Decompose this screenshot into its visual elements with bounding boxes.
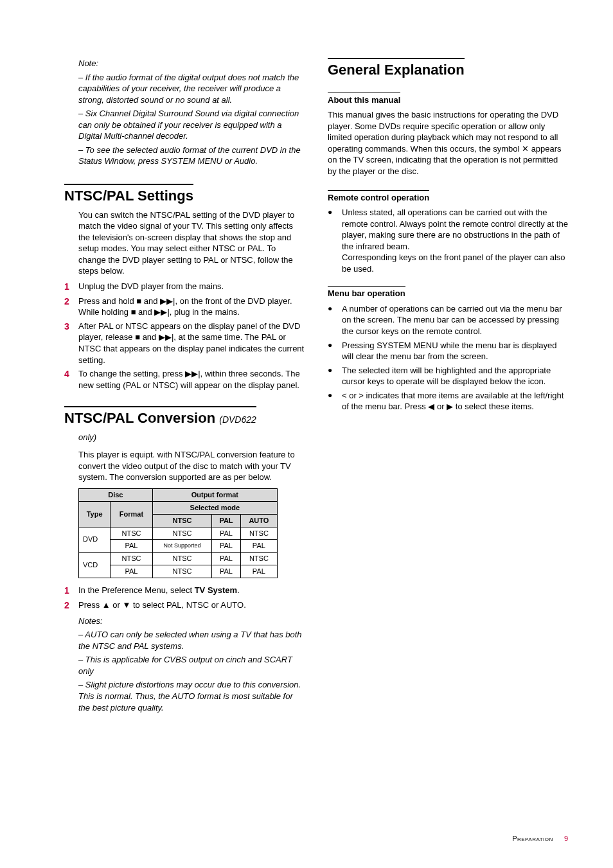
bullet-text: A number of operations can be carried ou… bbox=[342, 303, 568, 337]
heading-ntsc-conversion: NTSC/PAL Conversion (DVD622 bbox=[64, 406, 256, 428]
note-line: – Slight picture distortions may occur d… bbox=[78, 679, 305, 713]
subheading-about: About this manual bbox=[328, 93, 400, 106]
step-number: 4 bbox=[64, 368, 78, 391]
th-format: Format bbox=[111, 501, 152, 527]
step-row: 2 Press ▲ or ▼ to select PAL, NTSC or AU… bbox=[64, 599, 305, 612]
step-text: In the Preference Menu, select TV System… bbox=[78, 585, 305, 597]
bullet-row: ● The selected item will be highlighted … bbox=[328, 365, 568, 387]
left-column: Note: – If the audio format of the digit… bbox=[64, 58, 305, 717]
table-row: VCD NTSC NTSC PAL NTSC bbox=[79, 553, 278, 565]
step-text: Press ▲ or ▼ to select PAL, NTSC or AUTO… bbox=[78, 599, 305, 612]
right-column: General Explanation About this manual Th… bbox=[328, 58, 568, 717]
th-selected: Selected mode bbox=[152, 501, 277, 514]
heading-ntsc-settings: NTSC/PAL Settings bbox=[64, 184, 193, 206]
bullet-row: ● Pressing SYSTEM MENU while the menu ba… bbox=[328, 340, 568, 362]
th-auto: AUTO bbox=[240, 514, 277, 527]
table-row: DVD NTSC NTSC PAL NTSC bbox=[79, 527, 278, 540]
page-footer: Preparation 9 bbox=[512, 834, 568, 844]
bullet-icon: ● bbox=[328, 340, 342, 362]
step-text: Press and hold ■ and ▶▶|, on the front o… bbox=[78, 296, 305, 318]
step-row: 3 After PAL or NTSC appears on the displ… bbox=[64, 321, 305, 366]
note-heading: Note: bbox=[78, 58, 305, 69]
bullet-text: Unless stated, all operations can be car… bbox=[342, 207, 568, 274]
subheading-menubar: Menu bar operation bbox=[328, 286, 405, 299]
dvd-ref: (DVD622 bbox=[219, 414, 256, 425]
only-label: only) bbox=[78, 432, 305, 443]
step-number: 3 bbox=[64, 321, 78, 366]
ntsc-conv-intro: This player is equipt. with NTSC/PAL con… bbox=[78, 449, 305, 483]
bullet-icon: ● bbox=[328, 390, 342, 412]
bullet-text: Pressing SYSTEM MENU while the menu bar … bbox=[342, 340, 568, 362]
note-line: – If the audio format of the digital out… bbox=[78, 72, 305, 106]
step-text: After PAL or NTSC appears on the display… bbox=[78, 321, 305, 366]
step-text: Unplug the DVD player from the mains. bbox=[78, 281, 305, 293]
bullet-row: ● A number of operations can be carried … bbox=[328, 303, 568, 337]
subheading-remote: Remote control operation bbox=[328, 190, 429, 204]
step-row: 1 In the Preference Menu, select TV Syst… bbox=[64, 585, 305, 597]
footer-label: Preparation bbox=[512, 835, 553, 842]
step-number: 1 bbox=[64, 281, 78, 293]
note-line: – AUTO can only be selected when using a… bbox=[78, 629, 305, 651]
bullet-text: < or > indicates that more items are ava… bbox=[342, 390, 568, 412]
th-ntsc: NTSC bbox=[152, 514, 211, 527]
step-text: To change the setting, press ▶▶|, within… bbox=[78, 368, 305, 391]
notes-heading: Notes: bbox=[78, 616, 305, 627]
page-number: 9 bbox=[564, 835, 568, 842]
note-line: – This is applicable for CVBS output on … bbox=[78, 654, 305, 677]
bullet-icon: ● bbox=[328, 303, 342, 337]
conv-notes: Notes: – AUTO can only be selected when … bbox=[78, 616, 305, 713]
th-disc: Disc bbox=[79, 489, 153, 502]
note-line: – To see the selected audio format of th… bbox=[78, 145, 305, 167]
bullet-icon: ● bbox=[328, 365, 342, 387]
th-pal: PAL bbox=[212, 514, 241, 527]
bullet-row: ● Unless stated, all operations can be c… bbox=[328, 207, 568, 274]
cross-icon: ✕ bbox=[522, 144, 529, 154]
th-type: Type bbox=[79, 501, 111, 527]
step-row: 4 To change the setting, press ▶▶|, with… bbox=[64, 368, 305, 391]
step-number: 2 bbox=[64, 599, 78, 612]
bullet-text: The selected item will be highlighted an… bbox=[342, 365, 568, 387]
about-body: This manual gives the basic instructions… bbox=[328, 109, 568, 177]
step-number: 1 bbox=[64, 585, 78, 597]
note-line: – Six Channel Digital Surround Sound via… bbox=[78, 108, 305, 142]
step-row: 1 Unplug the DVD player from the mains. bbox=[64, 281, 305, 293]
top-note: Note: – If the audio format of the digit… bbox=[78, 58, 305, 167]
step-number: 2 bbox=[64, 296, 78, 318]
bullet-icon: ● bbox=[328, 207, 342, 274]
ntsc-settings-intro: You can switch the NTSC/PAL setting of t… bbox=[78, 209, 305, 277]
bullet-row: ● < or > indicates that more items are a… bbox=[328, 390, 568, 412]
heading-general: General Explanation bbox=[328, 58, 465, 80]
conversion-table: Disc Output format Type Format Selected … bbox=[78, 488, 278, 578]
step-row: 2 Press and hold ■ and ▶▶|, on the front… bbox=[64, 296, 305, 318]
th-output: Output format bbox=[152, 489, 277, 502]
